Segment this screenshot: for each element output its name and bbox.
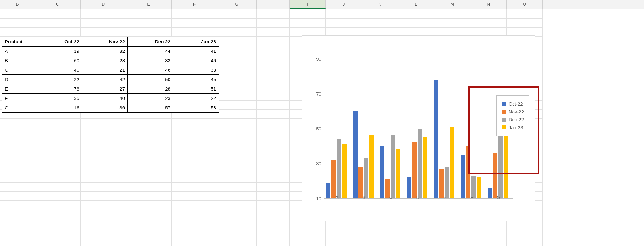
value-cell[interactable]: 46: [128, 65, 173, 75]
cell[interactable]: [217, 27, 257, 37]
table-row[interactable]: E78272851: [2, 84, 219, 94]
cell[interactable]: [35, 210, 80, 219]
cell[interactable]: [257, 128, 290, 137]
cell[interactable]: [470, 9, 507, 19]
cell[interactable]: [0, 137, 35, 146]
cell[interactable]: [80, 137, 126, 146]
cell[interactable]: [0, 128, 35, 137]
cell[interactable]: [80, 200, 126, 210]
cell[interactable]: [172, 146, 217, 155]
cell[interactable]: [257, 228, 290, 237]
table-row[interactable]: G16365753: [2, 103, 219, 113]
cell[interactable]: [290, 18, 326, 28]
col-header-L[interactable]: L: [398, 0, 434, 9]
cell[interactable]: [80, 9, 126, 19]
cell[interactable]: [172, 200, 217, 210]
cell[interactable]: [80, 146, 126, 155]
cell[interactable]: [172, 228, 217, 237]
cell[interactable]: [0, 155, 35, 164]
product-cell[interactable]: E: [2, 84, 36, 94]
cell[interactable]: [0, 191, 35, 201]
cell[interactable]: [126, 228, 172, 237]
table-header[interactable]: Product: [2, 37, 36, 47]
table-row[interactable]: F35402322: [2, 94, 219, 103]
cell[interactable]: [126, 27, 172, 37]
cell[interactable]: [126, 137, 172, 146]
cell[interactable]: [507, 18, 543, 28]
cell[interactable]: [217, 137, 257, 146]
cell[interactable]: [80, 228, 126, 237]
cell[interactable]: [0, 27, 35, 37]
cell[interactable]: [80, 164, 126, 173]
bar[interactable]: [466, 146, 470, 198]
cell[interactable]: [257, 46, 290, 55]
cell[interactable]: [126, 155, 172, 164]
cell[interactable]: [80, 118, 126, 128]
cell[interactable]: [217, 228, 257, 237]
value-cell[interactable]: 38: [173, 65, 219, 75]
cell[interactable]: [0, 18, 35, 28]
cell[interactable]: [257, 100, 290, 110]
cell[interactable]: [257, 137, 290, 146]
value-cell[interactable]: 28: [82, 56, 128, 65]
cell[interactable]: [326, 9, 362, 19]
table-row[interactable]: B60283346: [2, 56, 219, 65]
table-header[interactable]: Dec-22: [128, 37, 173, 47]
cell[interactable]: [217, 82, 257, 91]
cell[interactable]: [172, 164, 217, 173]
value-cell[interactable]: 22: [36, 75, 82, 84]
bar[interactable]: [396, 149, 400, 198]
cell[interactable]: [326, 18, 362, 28]
chart[interactable]: 1030507090 Oct-22Nov-22Dec-22Jan-23 ABCD…: [302, 35, 535, 221]
legend[interactable]: Oct-22Nov-22Dec-22Jan-23: [496, 95, 529, 136]
cell[interactable]: [0, 200, 35, 210]
cell[interactable]: [362, 237, 398, 246]
cell[interactable]: [257, 73, 290, 82]
value-cell[interactable]: 51: [173, 84, 219, 94]
cell[interactable]: [362, 228, 398, 237]
cell[interactable]: [217, 118, 257, 128]
cell[interactable]: [217, 200, 257, 210]
cell[interactable]: [35, 182, 80, 192]
cell[interactable]: [172, 155, 217, 164]
cell[interactable]: [257, 191, 290, 201]
cell[interactable]: [217, 237, 257, 246]
bar[interactable]: [434, 80, 438, 198]
cell[interactable]: [35, 164, 80, 173]
bar[interactable]: [337, 139, 341, 198]
cell[interactable]: [217, 73, 257, 82]
cell[interactable]: [172, 173, 217, 183]
cell[interactable]: [257, 237, 290, 246]
value-cell[interactable]: 21: [82, 65, 128, 75]
cell[interactable]: [257, 64, 290, 73]
value-cell[interactable]: 45: [173, 75, 219, 84]
col-header-G[interactable]: G: [217, 0, 257, 9]
cell[interactable]: [217, 173, 257, 183]
cell[interactable]: [35, 228, 80, 237]
value-cell[interactable]: 53: [173, 103, 219, 113]
cell[interactable]: [0, 219, 35, 228]
bar[interactable]: [331, 160, 336, 198]
bar[interactable]: [342, 144, 347, 198]
cell[interactable]: [217, 128, 257, 137]
cell[interactable]: [172, 219, 217, 228]
cell[interactable]: [257, 219, 290, 228]
cell[interactable]: [35, 27, 80, 37]
cell[interactable]: [35, 191, 80, 201]
cell[interactable]: [80, 27, 126, 37]
col-header-J[interactable]: J: [326, 0, 362, 9]
value-cell[interactable]: 28: [128, 84, 173, 94]
cell[interactable]: [470, 228, 507, 237]
value-cell[interactable]: 46: [173, 56, 219, 65]
cell[interactable]: [0, 228, 35, 237]
cell[interactable]: [257, 164, 290, 173]
cell[interactable]: [80, 237, 126, 246]
cell[interactable]: [35, 200, 80, 210]
cell[interactable]: [257, 109, 290, 119]
value-cell[interactable]: 41: [173, 47, 219, 56]
cell[interactable]: [0, 146, 35, 155]
cell[interactable]: [172, 182, 217, 192]
cell[interactable]: [0, 237, 35, 246]
cell[interactable]: [217, 64, 257, 73]
cell[interactable]: [257, 146, 290, 155]
